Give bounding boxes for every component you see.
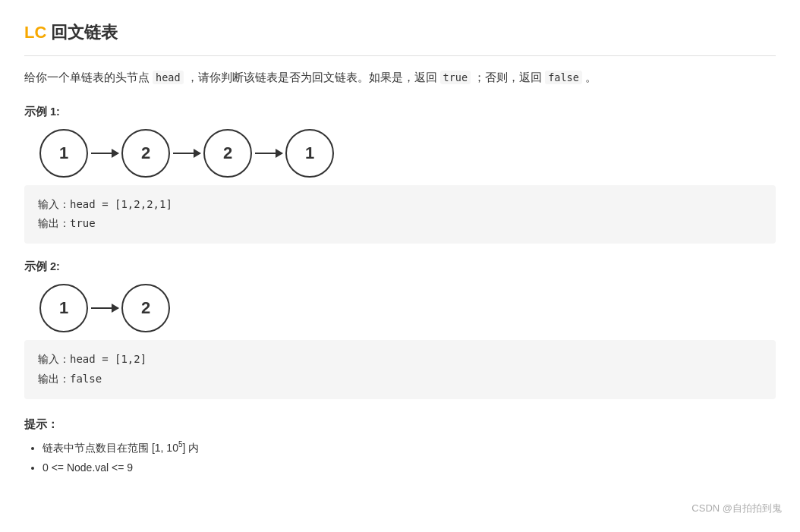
description: 给你一个单链表的头节点 head ，请你判断该链表是否为回文链表。如果是，返回 … <box>24 68 776 87</box>
desc-code-head: head <box>153 71 184 84</box>
hints-list: 链表中节点数目在范围 [1, 105] 内 0 <= Node.val <= 9 <box>43 438 776 477</box>
hints-label: 提示： <box>24 414 776 434</box>
arrow-2 <box>173 153 200 154</box>
desc-code-false: false <box>545 71 582 84</box>
arrow-1 <box>91 153 118 154</box>
example1-input: 输入：head = [1,2,2,1] <box>38 196 762 214</box>
example1-output: 输出：true <box>38 215 762 233</box>
arrow-4 <box>91 307 118 309</box>
arrow-3 <box>255 153 282 154</box>
hint-item-2: 0 <= Node.val <= 9 <box>43 459 776 477</box>
node-1a: 1 <box>39 129 88 178</box>
example2-diagram: 1 2 <box>39 284 776 332</box>
node-1c: 1 <box>39 284 88 332</box>
node-2c: 2 <box>121 284 170 332</box>
example2-output: 输出：false <box>38 370 762 389</box>
example2-label: 示例 2: <box>24 257 776 276</box>
hints-section: 提示： 链表中节点数目在范围 [1, 105] 内 0 <= Node.val … <box>24 414 776 478</box>
page-title: LC回文链表 <box>24 18 776 56</box>
example1-code-block: 输入：head = [1,2,2,1] 输出：true <box>24 185 776 244</box>
node-1b: 1 <box>285 129 334 178</box>
example2-code-block: 输入：head = [1,2] 输出：false <box>24 340 776 399</box>
node-2a: 2 <box>121 129 170 178</box>
hint-item-1: 链表中节点数目在范围 [1, 105] 内 <box>43 438 776 457</box>
example1-label: 示例 1: <box>24 102 776 121</box>
example2-input: 输入：head = [1,2] <box>38 351 762 369</box>
desc-code-true: true <box>440 71 471 84</box>
node-2b: 2 <box>203 129 252 178</box>
lc-label: LC <box>24 23 46 42</box>
example1-diagram: 1 2 2 1 <box>39 129 776 178</box>
